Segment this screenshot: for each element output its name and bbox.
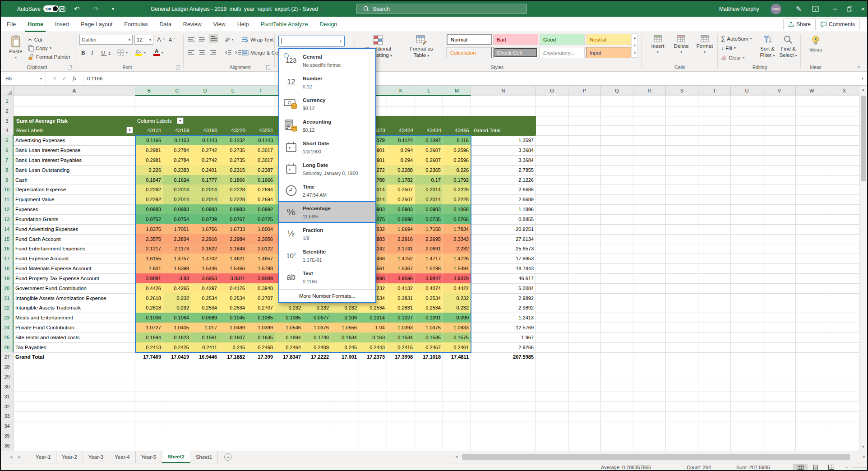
grid-cell[interactable] <box>536 165 568 175</box>
grid-cell[interactable] <box>303 421 331 431</box>
row-header-34[interactable]: 34 <box>1 421 14 431</box>
grand-total-cell[interactable]: 1.2413 <box>471 313 536 323</box>
grid-cell[interactable] <box>731 165 763 175</box>
sheet-tab-year-5[interactable]: Year-5 <box>136 451 162 463</box>
grid-cell[interactable] <box>666 155 698 166</box>
grid-cell[interactable] <box>536 224 568 235</box>
combobox-dropdown-icon[interactable]: ▾ <box>340 39 342 43</box>
grid-cell[interactable] <box>666 244 698 254</box>
grid-cell[interactable] <box>536 106 568 116</box>
column-header-M[interactable]: M <box>443 86 471 96</box>
grid-cell[interactable] <box>731 352 763 363</box>
grid-cell[interactable] <box>568 303 601 313</box>
undo-icon[interactable]: ↶▾ <box>74 1 83 17</box>
grid-cell[interactable] <box>698 194 731 205</box>
grid-cell[interactable] <box>666 165 698 175</box>
data-cell[interactable]: 0.2784 <box>163 155 191 166</box>
number-format-option-text[interactable]: ab Text0.1166 <box>279 266 375 288</box>
grid-cell[interactable] <box>568 135 601 146</box>
row-label-cell[interactable]: Fund Expense Account <box>14 254 135 264</box>
grid-cell[interactable] <box>633 411 666 422</box>
grid-cell[interactable] <box>568 421 601 431</box>
data-cell[interactable]: 0.232 <box>163 293 191 304</box>
grid-cell[interactable] <box>219 382 247 392</box>
grid-cell[interactable] <box>568 323 601 333</box>
grid-cell[interactable] <box>331 431 359 441</box>
ideas-button[interactable]: Ideas <box>804 33 827 63</box>
row-label-cell[interactable]: Meals and Entertainment <box>14 313 135 323</box>
grid-cell[interactable] <box>698 155 731 166</box>
grid-cell[interactable] <box>601 372 633 382</box>
grid-cell[interactable] <box>387 441 415 451</box>
grid-cell[interactable] <box>303 402 331 412</box>
grid-cell[interactable] <box>698 96 731 106</box>
grid-cell[interactable] <box>331 362 359 372</box>
data-cell[interactable]: 0.2707 <box>247 293 275 304</box>
grid-cell[interactable] <box>303 362 331 372</box>
grid-cell[interactable] <box>763 382 796 392</box>
align-middle-button[interactable] <box>199 35 206 44</box>
row-label-cell[interactable]: Bank Loan Interest Payables <box>14 155 135 166</box>
data-cell[interactable]: 0.2228 <box>219 194 247 205</box>
row-label-cell[interactable]: Foundation Grants <box>14 214 135 225</box>
data-cell[interactable]: 0.1143 <box>191 135 219 146</box>
pivot-col-key[interactable]: 43465 <box>443 125 469 135</box>
grid-cell[interactable] <box>219 362 247 372</box>
grid-cell[interactable] <box>415 421 443 431</box>
row-header-25[interactable]: 25 <box>1 332 14 343</box>
data-cell[interactable]: 1.601 <box>135 263 163 274</box>
hscroll-right-icon[interactable]: ► <box>863 455 866 459</box>
grid-cell[interactable] <box>763 332 796 343</box>
grid-cell[interactable] <box>796 263 828 274</box>
row-header-27[interactable]: 27 <box>1 352 14 363</box>
style-chip-normal[interactable]: Normal <box>447 34 492 45</box>
grid-cell[interactable] <box>698 382 731 392</box>
sheet-tab-year-1[interactable]: Year-1 <box>30 451 56 463</box>
data-cell[interactable]: 0.0983 <box>163 204 191 215</box>
grid-cell[interactable] <box>731 431 763 441</box>
grid-cell[interactable] <box>601 431 633 441</box>
column-header-N[interactable]: N <box>471 86 536 96</box>
grid-cell[interactable] <box>359 411 387 422</box>
row-label-cell[interactable]: Grand Total <box>14 352 135 363</box>
style-chip-explanatory[interactable]: Explanatory... <box>540 47 585 58</box>
grid-cell[interactable] <box>219 402 247 412</box>
data-cell[interactable]: 0.1777 <box>191 175 219 185</box>
grid-cell[interactable] <box>763 342 796 353</box>
more-number-formats-item[interactable]: More Number Formats... <box>279 289 375 302</box>
grid-cell[interactable] <box>568 441 601 451</box>
grid-cell[interactable] <box>633 145 666 156</box>
pivot-col-key[interactable]: 43434 <box>415 125 441 135</box>
data-cell[interactable]: 0.1782 <box>387 175 415 185</box>
grid-cell[interactable] <box>633 441 666 451</box>
grid-cell[interactable] <box>415 411 443 422</box>
grid-cell[interactable] <box>763 145 796 156</box>
grid-cell[interactable] <box>828 224 861 235</box>
row-header-16[interactable]: 16 <box>1 244 14 254</box>
grid-cell[interactable] <box>666 293 698 304</box>
grand-total-cell[interactable]: 1.3597 <box>471 135 536 146</box>
align-right-button[interactable] <box>209 48 217 57</box>
data-cell[interactable]: 3.83 <box>163 273 191 284</box>
data-cell[interactable]: 0.1792 <box>443 175 471 185</box>
ribbon-tab-design[interactable]: Design <box>314 17 343 32</box>
grid-cell[interactable] <box>601 293 633 304</box>
grid-cell[interactable] <box>796 165 828 175</box>
pivot-col-key[interactable]: 43251 <box>247 125 273 135</box>
number-format-option-scientific[interactable]: 102 Scientific1.17E-01 <box>279 245 375 266</box>
column-header-A[interactable]: A <box>14 86 135 96</box>
grid-cell[interactable] <box>275 372 303 382</box>
data-cell[interactable]: 2.2916 <box>387 234 415 245</box>
data-cell[interactable]: 0.0983 <box>387 204 415 215</box>
grid-cell[interactable] <box>191 431 219 441</box>
grid-cell[interactable] <box>796 421 828 431</box>
grid-cell[interactable] <box>601 342 633 353</box>
grid-cell[interactable] <box>731 155 763 166</box>
data-cell[interactable]: 0.2288 <box>387 165 415 175</box>
grid-cell[interactable] <box>568 194 601 205</box>
grid-cell[interactable] <box>331 441 359 451</box>
grid-cell[interactable] <box>763 362 796 372</box>
grid-cell[interactable] <box>303 411 331 422</box>
grid-cell[interactable] <box>443 431 471 441</box>
grid-cell[interactable] <box>601 175 633 185</box>
